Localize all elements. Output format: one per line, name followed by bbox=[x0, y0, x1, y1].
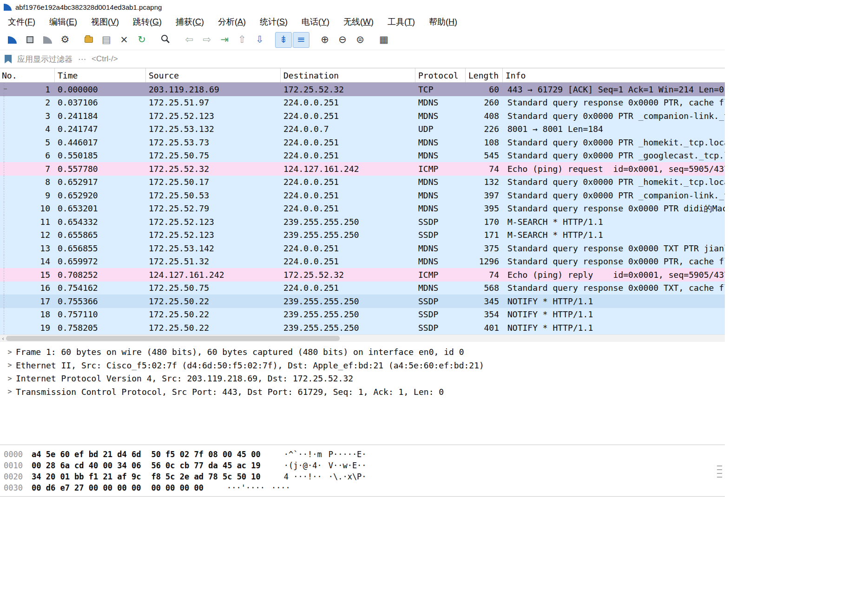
packet-row-2[interactable]: 20.037106172.25.51.97224.0.0.251MDNS260S… bbox=[0, 96, 725, 110]
detail-line-tcp[interactable]: >Transmission Control Protocol, Src Port… bbox=[4, 385, 725, 399]
packet-row-4[interactable]: 40.241747172.25.53.132224.0.0.7UDP226800… bbox=[0, 123, 725, 136]
packet-row-16[interactable]: 160.754162172.25.50.75224.0.0.251MDNS568… bbox=[0, 282, 725, 295]
reload-file-button[interactable]: ↻ bbox=[133, 32, 150, 48]
save-file-button[interactable]: ▤ bbox=[98, 32, 115, 48]
restart-capture-button[interactable] bbox=[39, 32, 56, 48]
cell-destination: 239.255.255.250 bbox=[281, 323, 415, 333]
packet-row-11[interactable]: 110.654332172.25.52.123239.255.255.250SS… bbox=[0, 215, 725, 229]
filter-expression-button[interactable]: ⋯ bbox=[78, 54, 86, 64]
find-packet-button[interactable] bbox=[157, 32, 174, 48]
colorize-packets-button[interactable]: ≡ bbox=[293, 32, 309, 48]
save-grid-icon: ▤ bbox=[102, 35, 111, 45]
cell-destination: 224.0.0.251 bbox=[281, 151, 415, 160]
ascii-bytes: ·^`··!·m bbox=[284, 450, 322, 459]
column-header-no[interactable]: No. bbox=[0, 68, 55, 82]
menu-item-telephony[interactable]: 电话(Y) bbox=[295, 15, 336, 29]
capture-options-button[interactable]: ⚙ bbox=[57, 32, 73, 48]
go-forward-button[interactable]: ⇨ bbox=[198, 32, 215, 48]
menu-item-view[interactable]: 视图(V) bbox=[84, 15, 126, 29]
packet-row-9[interactable]: 90.652920172.25.50.53224.0.0.251MDNS397S… bbox=[0, 189, 725, 202]
cell-info: NOTIFY * HTTP/1.1 bbox=[503, 309, 725, 319]
column-header-source[interactable]: Source bbox=[146, 68, 281, 82]
expand-chevron-icon[interactable]: > bbox=[4, 387, 16, 396]
detail-text: Frame 1: 60 bytes on wire (480 bits), 60… bbox=[16, 347, 464, 357]
menu-item-analyze[interactable]: 分析(A) bbox=[211, 15, 253, 29]
packet-row-18[interactable]: 180.757110172.25.50.22239.255.255.250SSD… bbox=[0, 308, 725, 321]
detail-line-ip[interactable]: >Internet Protocol Version 4, Src: 203.1… bbox=[4, 372, 725, 386]
zoom-in-button[interactable]: ⊕ bbox=[316, 32, 333, 48]
start-capture-button[interactable] bbox=[4, 32, 20, 48]
go-to-packet-button[interactable]: ⇥ bbox=[216, 32, 233, 48]
horizontal-scrollbar[interactable]: ‹ bbox=[0, 334, 725, 342]
packet-row-6[interactable]: 60.550185172.25.50.75224.0.0.251MDNS545S… bbox=[0, 149, 725, 163]
menu-item-file[interactable]: 文件(F) bbox=[1, 15, 42, 29]
hex-pane-scrollbar[interactable] bbox=[717, 465, 722, 479]
column-header-destination[interactable]: Destination bbox=[281, 68, 415, 82]
go-back-button[interactable]: ⇦ bbox=[181, 32, 197, 48]
packet-row-12[interactable]: 120.655865172.25.52.123239.255.255.250SS… bbox=[0, 229, 725, 242]
resize-columns-button[interactable]: ▦ bbox=[375, 32, 392, 48]
packet-row-1[interactable]: 10.000000203.119.218.69172.25.52.32TCP60… bbox=[0, 83, 725, 96]
menu-item-help[interactable]: 帮助(H) bbox=[422, 15, 464, 29]
zoom-in-icon: ⊕ bbox=[321, 35, 329, 45]
cell-protocol: SSDP bbox=[415, 296, 466, 306]
packet-row-17[interactable]: 170.755366172.25.50.22239.255.255.250SSD… bbox=[0, 295, 725, 308]
open-file-button[interactable] bbox=[80, 32, 97, 48]
cell-length: 108 bbox=[466, 138, 503, 147]
close-file-button[interactable]: × bbox=[116, 32, 132, 48]
packet-row-19[interactable]: 190.758205172.25.50.22239.255.255.250SSD… bbox=[0, 321, 725, 334]
zoom-reset-button[interactable]: ⊜ bbox=[352, 32, 368, 48]
cell-destination: 239.255.255.250 bbox=[281, 217, 415, 227]
menu-item-capture[interactable]: 捕获(C) bbox=[169, 15, 211, 29]
menu-item-statistics[interactable]: 统计(S) bbox=[253, 15, 295, 29]
colorize-lines-icon: ≡ bbox=[297, 35, 305, 45]
cell-no: 2 bbox=[0, 98, 55, 107]
zoom-out-button[interactable]: ⊖ bbox=[334, 32, 351, 48]
hex-row-0030[interactable]: 003000 d6 e7 27 00 00 00 0000 00 00 00··… bbox=[0, 482, 725, 493]
packet-row-14[interactable]: 140.659972172.25.51.32224.0.0.251MDNS129… bbox=[0, 255, 725, 269]
ascii-bytes: ···'···· bbox=[227, 483, 265, 492]
ascii-bytes: P·····E· bbox=[329, 450, 367, 459]
packet-row-13[interactable]: 130.656855172.25.53.142224.0.0.251MDNS37… bbox=[0, 242, 725, 255]
hex-row-0000[interactable]: 0000a4 5e 60 ef bd 21 d4 6d50 f5 02 7f 0… bbox=[0, 449, 725, 460]
column-header-time[interactable]: Time bbox=[55, 68, 146, 82]
column-header-length[interactable]: Length bbox=[466, 68, 503, 82]
go-first-packet-button[interactable]: ⇧ bbox=[234, 32, 250, 48]
cell-length: 132 bbox=[466, 177, 503, 187]
cell-source: 172.25.51.32 bbox=[146, 256, 281, 266]
go-last-packet-button[interactable]: ⇩ bbox=[251, 32, 268, 48]
detail-line-frame[interactable]: >Frame 1: 60 bytes on wire (480 bits), 6… bbox=[4, 346, 725, 359]
hex-row-0010[interactable]: 001000 28 6a cd 40 00 34 0656 0c cb 77 d… bbox=[0, 460, 725, 471]
arrow-down-icon: ⇩ bbox=[256, 35, 264, 45]
filter-bookmark-icon[interactable] bbox=[5, 55, 12, 64]
cell-no: 1 bbox=[0, 85, 55, 94]
menu-item-wireless[interactable]: 无线(W) bbox=[336, 15, 381, 29]
horizontal-scrollbar-thumb[interactable] bbox=[6, 336, 340, 341]
menu-item-tools[interactable]: 工具(T) bbox=[381, 15, 422, 29]
packet-row-5[interactable]: 50.446017172.25.53.73224.0.0.251MDNS108S… bbox=[0, 136, 725, 149]
column-header-info[interactable]: Info bbox=[503, 68, 725, 82]
cell-source: 172.25.50.22 bbox=[146, 323, 281, 333]
expand-chevron-icon[interactable]: > bbox=[4, 348, 16, 356]
cell-source: 172.25.52.123 bbox=[146, 230, 281, 240]
scroll-left-arrow-icon[interactable]: ‹ bbox=[1, 335, 5, 342]
stop-capture-button[interactable] bbox=[21, 32, 38, 48]
packet-row-7[interactable]: 70.557780172.25.52.32124.127.161.242ICMP… bbox=[0, 162, 725, 176]
packet-row-3[interactable]: 30.241184172.25.52.123224.0.0.251MDNS408… bbox=[0, 109, 725, 123]
cell-no: 6 bbox=[0, 151, 55, 160]
menu-item-go[interactable]: 跳转(G) bbox=[126, 15, 169, 29]
expand-chevron-icon[interactable]: > bbox=[4, 374, 16, 383]
detail-text: Internet Protocol Version 4, Src: 203.11… bbox=[16, 374, 353, 383]
packet-row-10[interactable]: 100.653201172.25.52.79224.0.0.251MDNS395… bbox=[0, 202, 725, 216]
column-header-protocol[interactable]: Protocol bbox=[415, 68, 466, 82]
cell-protocol: ICMP bbox=[415, 270, 466, 280]
display-filter-input[interactable]: 应用显示过滤器 ⋯ <Ctrl-/> bbox=[17, 54, 720, 65]
packet-row-15[interactable]: 150.708252124.127.161.242172.25.52.32ICM… bbox=[0, 268, 725, 282]
menu-item-edit[interactable]: 编辑(E) bbox=[42, 15, 84, 29]
auto-scroll-button[interactable]: ⇟ bbox=[275, 32, 292, 48]
cell-length: 354 bbox=[466, 309, 503, 319]
expand-chevron-icon[interactable]: > bbox=[4, 361, 16, 369]
detail-line-ethernet[interactable]: >Ethernet II, Src: Cisco_f5:02:7f (d4:6d… bbox=[4, 359, 725, 372]
packet-row-8[interactable]: 80.652917172.25.50.17224.0.0.251MDNS132S… bbox=[0, 176, 725, 189]
hex-row-0020[interactable]: 002034 20 01 bb f1 21 af 9cf8 5c 2e ad 7… bbox=[0, 471, 725, 482]
